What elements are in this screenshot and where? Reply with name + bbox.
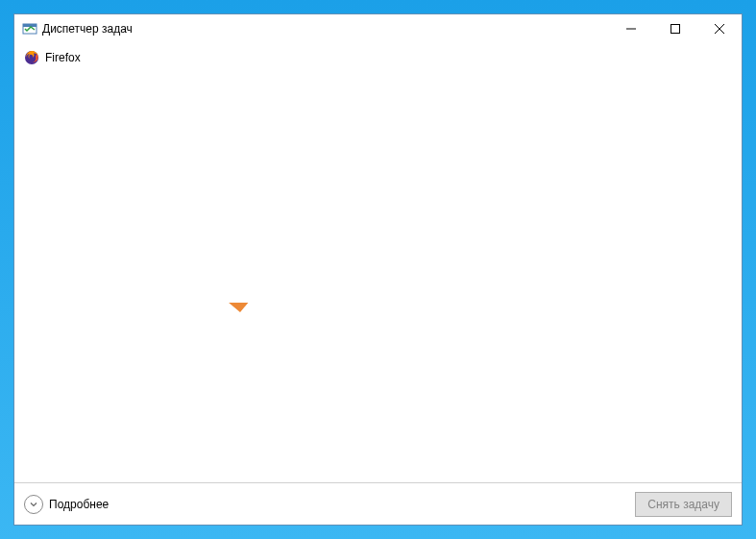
more-details-button[interactable]: Подробнее bbox=[24, 495, 109, 514]
firefox-icon bbox=[24, 50, 39, 65]
titlebar[interactable]: Диспетчер задач bbox=[14, 14, 742, 43]
window-title: Диспетчер задач bbox=[42, 22, 609, 36]
footer: Подробнее Снять задачу bbox=[14, 482, 742, 525]
task-name: Firefox bbox=[45, 51, 81, 64]
chevron-down-icon bbox=[24, 495, 43, 514]
maximize-button[interactable] bbox=[653, 14, 697, 43]
task-list: Firefox bbox=[14, 43, 742, 482]
task-manager-window: Диспетчер задач bbox=[13, 13, 743, 526]
end-task-button[interactable]: Снять задачу bbox=[635, 492, 732, 517]
svg-rect-1 bbox=[23, 24, 37, 27]
task-row[interactable]: Firefox bbox=[22, 47, 734, 68]
window-controls bbox=[609, 14, 742, 43]
close-button[interactable] bbox=[697, 14, 742, 43]
minimize-button[interactable] bbox=[609, 14, 653, 43]
more-details-label: Подробнее bbox=[49, 498, 109, 511]
task-manager-icon bbox=[22, 21, 37, 37]
svg-rect-3 bbox=[671, 25, 680, 34]
